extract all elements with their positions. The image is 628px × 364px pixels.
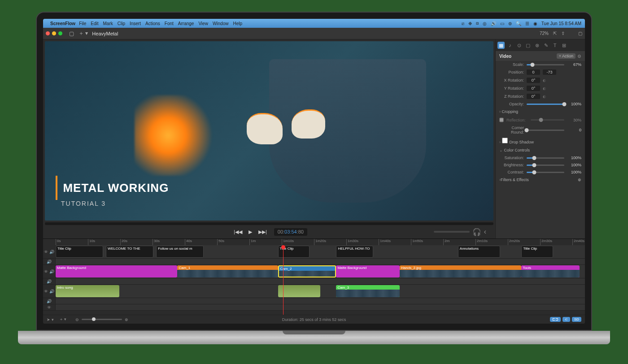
- dropshadow-checkbox[interactable]: [502, 138, 508, 143]
- wifi-icon[interactable]: ⊚: [508, 21, 512, 26]
- add-filter-icon[interactable]: ⊕: [578, 178, 581, 182]
- clip[interactable]: Cam_2: [278, 265, 336, 277]
- app-name[interactable]: ScreenFlow: [50, 21, 75, 26]
- track-2-head[interactable]: 👁 🔊: [43, 265, 56, 278]
- clip[interactable]: Title Clip: [56, 246, 103, 258]
- pointer-tool-icon[interactable]: ➤ ▾: [47, 317, 54, 322]
- corner-slider[interactable]: [527, 130, 564, 131]
- track-1-head[interactable]: 👁 🔊: [43, 245, 56, 258]
- menu-help[interactable]: Help: [233, 21, 242, 26]
- clip[interactable]: [278, 285, 320, 297]
- saturation-slider[interactable]: [527, 157, 564, 159]
- collapse-icon[interactable]: ‹: [484, 228, 486, 236]
- clip[interactable]: Cam_1: [177, 265, 278, 277]
- yrotation-dial[interactable]: ◐: [543, 87, 547, 91]
- zrotation-dial[interactable]: ◐: [543, 95, 547, 99]
- scale-value[interactable]: 67%: [567, 62, 581, 67]
- clock[interactable]: Tue Jun 15 8:54 AM: [541, 21, 581, 26]
- menu-insert[interactable]: Insert: [130, 21, 141, 26]
- prev-button[interactable]: |◀◀: [231, 228, 245, 236]
- position-y-input[interactable]: -73: [543, 69, 556, 75]
- menubar-icon[interactable]: ❉: [468, 21, 472, 26]
- corner-value[interactable]: 0: [567, 128, 581, 132]
- clip[interactable]: Hands_2.jpg: [400, 265, 521, 277]
- camera-icon[interactable]: ⎚: [462, 21, 464, 26]
- track-3-head[interactable]: 👁 🔊: [43, 285, 56, 298]
- scale-slider[interactable]: [527, 64, 564, 65]
- add-track-icon[interactable]: ＋ ▾: [59, 316, 67, 322]
- brightness-value[interactable]: 100%: [567, 163, 581, 167]
- xrotation-input[interactable]: 0°: [527, 78, 540, 83]
- dropshadow-section[interactable]: Drop Shadow: [496, 136, 585, 146]
- menu-edit[interactable]: Edit: [91, 21, 98, 26]
- track-3b[interactable]: [56, 298, 585, 304]
- contrast-value[interactable]: 100%: [567, 170, 581, 174]
- saturation-value[interactable]: 100%: [567, 156, 581, 160]
- track-2[interactable]: Matte BackgroundCam_1Cam_2Matte Backgrou…: [56, 265, 585, 278]
- track-4[interactable]: [56, 304, 585, 310]
- filters-section[interactable]: Filters & Effects⊕: [496, 176, 585, 184]
- zoom-level[interactable]: 72%: [540, 31, 549, 36]
- volume-icon[interactable]: 🔊: [491, 21, 496, 26]
- magnet-icon[interactable]: ⊂: [563, 317, 570, 322]
- title-overlay[interactable]: METAL WORKING TUTORIAL 3: [56, 176, 169, 207]
- crop-icon[interactable]: ⇱: [553, 31, 557, 36]
- timeline-zoom-slider[interactable]: [82, 319, 122, 320]
- clip[interactable]: Title Clip: [521, 246, 553, 258]
- track-1[interactable]: Title ClipWELCOME TO THEFollow us on soc…: [56, 245, 585, 258]
- headphones-icon[interactable]: 🎧: [472, 228, 481, 236]
- reflection-slider[interactable]: [531, 119, 564, 121]
- yrotation-input[interactable]: 0°: [527, 86, 540, 91]
- opacity-slider[interactable]: [527, 104, 564, 105]
- inspector-toggle-icon[interactable]: ▢: [578, 31, 582, 36]
- fullscreen-window-button[interactable]: [58, 31, 62, 35]
- canvas-preview[interactable]: METAL WORKING TUTORIAL 3: [45, 41, 493, 221]
- sd-badge[interactable]: SD: [572, 317, 581, 322]
- clip[interactable]: Cam_3: [336, 285, 400, 297]
- xrotation-dial[interactable]: ◐: [543, 78, 547, 82]
- battery-icon[interactable]: ▭: [500, 21, 504, 26]
- menu-window[interactable]: Window: [213, 21, 229, 26]
- menu-clip[interactable]: Clip: [118, 21, 125, 26]
- clip[interactable]: Matte Background: [56, 265, 177, 277]
- clip[interactable]: Intro song: [56, 285, 119, 297]
- sidebar-toggle-icon[interactable]: ▢: [69, 30, 74, 37]
- touch-tab-icon[interactable]: ⊗: [533, 42, 541, 49]
- clip[interactable]: Tools: [521, 265, 580, 277]
- track-3[interactable]: Intro songCam_3: [56, 285, 585, 298]
- track-1b-head[interactable]: 🔊: [43, 259, 56, 264]
- add-button[interactable]: ＋ ▾: [78, 30, 88, 37]
- clip[interactable]: WELCOME TO THE: [106, 246, 153, 258]
- add-action-button[interactable]: + Action: [557, 53, 576, 59]
- zoom-in-icon[interactable]: ⊕: [125, 317, 128, 322]
- menu-actions[interactable]: Actions: [145, 21, 160, 26]
- clip[interactable]: Annotations: [458, 246, 500, 258]
- track-1b[interactable]: [56, 259, 585, 264]
- minimize-window-button[interactable]: [52, 31, 56, 35]
- cc-icon[interactable]: ◎: [483, 21, 487, 26]
- text-tab-icon[interactable]: T: [551, 42, 558, 49]
- contrast-slider[interactable]: [527, 172, 564, 173]
- next-button[interactable]: ▶▶|: [256, 228, 270, 236]
- reflection-checkbox[interactable]: [499, 117, 504, 123]
- track-3b-head[interactable]: 🔊: [43, 298, 56, 304]
- close-window-button[interactable]: [46, 31, 50, 35]
- gear-icon[interactable]: ⚙: [577, 54, 581, 59]
- track-2b[interactable]: [56, 278, 585, 284]
- zoom-out-icon[interactable]: ⊖: [75, 317, 79, 322]
- play-button[interactable]: ▶: [246, 228, 255, 236]
- menu-file[interactable]: File: [79, 21, 86, 26]
- media-tab-icon[interactable]: ⊞: [560, 42, 567, 49]
- playhead[interactable]: [283, 245, 283, 315]
- menu-mark[interactable]: Mark: [103, 21, 113, 26]
- menu-font[interactable]: Font: [165, 21, 174, 26]
- screen-tab-icon[interactable]: ⊙: [515, 42, 523, 49]
- colorcontrols-section[interactable]: Color Controls: [496, 146, 585, 154]
- share-icon[interactable]: ⇪: [561, 31, 565, 36]
- position-x-input[interactable]: 0: [527, 69, 540, 75]
- opacity-value[interactable]: 100%: [567, 102, 581, 106]
- search-icon[interactable]: 🔍: [516, 21, 521, 26]
- callout-tab-icon[interactable]: ▢: [524, 42, 532, 49]
- control-center-icon[interactable]: ☰: [525, 21, 529, 26]
- snap-icon[interactable]: ⊏⊐: [550, 317, 561, 322]
